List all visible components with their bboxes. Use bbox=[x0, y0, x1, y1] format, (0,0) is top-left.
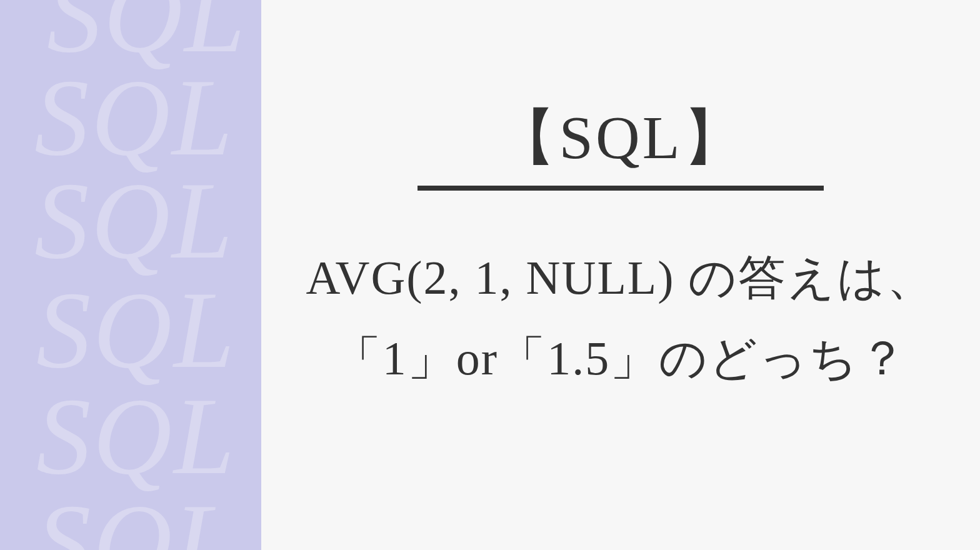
sql-bg-text: SQL bbox=[34, 169, 234, 272]
title-divider bbox=[418, 186, 824, 191]
sql-bg-text: SQL bbox=[36, 384, 236, 488]
sql-bg-text: SQL bbox=[36, 491, 236, 550]
question-content: AVG(2, 1, NULL) の答えは、 「1」or「1.5」のどっち？ bbox=[261, 238, 980, 399]
main-content: 【SQL】 AVG(2, 1, NULL) の答えは、 「1」or「1.5」のど… bbox=[261, 0, 980, 550]
question-line-1: AVG(2, 1, NULL) の答えは、 bbox=[268, 238, 974, 318]
sql-bg-text: SQL bbox=[34, 66, 234, 169]
page-title: 【SQL】 bbox=[495, 97, 746, 179]
sidebar: SQL SQL SQL SQL SQL SQL bbox=[0, 0, 261, 550]
sql-bg-text: SQL bbox=[36, 278, 236, 382]
question-line-2: 「1」or「1.5」のどっち？ bbox=[268, 318, 974, 399]
